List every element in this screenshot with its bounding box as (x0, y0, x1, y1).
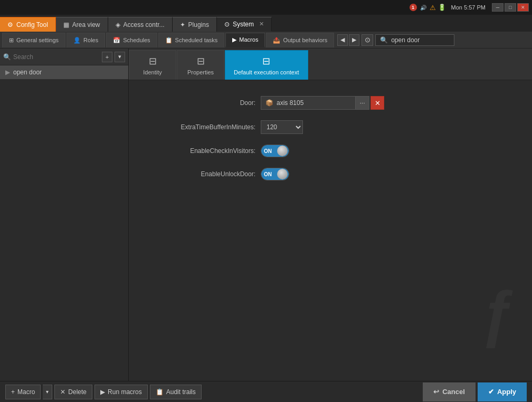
tab-system-label: System (233, 21, 254, 28)
door-input-group: 📦 axis 8105 ··· ✕ (261, 96, 384, 110)
macro-btn-icon: + (11, 388, 15, 396)
tab-plugins[interactable]: ✦ Plugins (173, 17, 217, 32)
roles-icon: 👤 (73, 37, 81, 44)
door-row: Door: 📦 axis 8105 ··· ✕ (150, 96, 511, 110)
close-btn[interactable]: ✕ (517, 3, 529, 12)
cancel-btn-label: Cancel (442, 388, 465, 396)
scheduled-tasks-icon: 📋 (165, 37, 173, 44)
sidebar-filter-btn[interactable]: ▾ (115, 52, 125, 62)
main-layout: 🔍 + ▾ ▶ open door ⊟ Identity ⊟ Propertie… (0, 49, 532, 381)
minimize-btn[interactable]: ─ (492, 3, 504, 12)
taskbar-icons: 1 🔊 ⚠ 🔋 Mon 5:57 PM (410, 3, 486, 12)
check-in-visitors-label: EnableCheckInVisitors: (150, 147, 255, 155)
extra-time-select[interactable]: 60 90 120 180 240 (261, 120, 303, 134)
nav-prev-btn[interactable]: ◀ (337, 34, 348, 46)
check-in-visitors-toggle[interactable]: ON (261, 145, 289, 157)
delete-btn-icon: ✕ (60, 388, 65, 396)
toggle-on-label-unlock: ON (264, 171, 272, 177)
door-clear-btn[interactable]: ✕ (370, 96, 384, 110)
macro-item-icon: ▶ (5, 69, 10, 76)
delete-btn[interactable]: ✕ Delete (54, 385, 92, 399)
tab-area-view[interactable]: ▦ Area view (56, 17, 108, 32)
tab-access-control[interactable]: ◈ Access contr... (108, 17, 173, 32)
apply-btn[interactable]: ✔ Apply (478, 382, 527, 401)
app-tabs-bar: ⚙ Config Tool ▦ Area view ◈ Access contr… (0, 15, 532, 32)
breadcrumb-search-icon: 🔍 (380, 36, 388, 44)
unlock-door-toggle[interactable]: ON (261, 168, 289, 180)
taskbar-controls[interactable]: ─ □ ✕ (492, 3, 529, 12)
sidebar-item-open-door[interactable]: ▶ open door (0, 65, 128, 79)
tab-config-tool-label: Config Tool (16, 21, 48, 28)
breadcrumb-area: 🔍 open door (375, 34, 530, 46)
default-execution-context-tab-label: Default execution context (234, 69, 299, 75)
nav-tab-roles-label: Roles (83, 37, 98, 43)
nav-tab-scheduled-tasks[interactable]: 📋 Scheduled tasks (158, 33, 225, 47)
audit-trails-btn-icon: 📋 (156, 388, 164, 396)
run-macros-btn-label: Run macros (108, 388, 142, 396)
tab-plugins-label: Plugins (188, 21, 209, 28)
tab-area-view-label: Area view (72, 21, 100, 28)
tab-config-tool[interactable]: ⚙ Config Tool (0, 17, 56, 32)
macros-icon: ▶ (232, 36, 236, 43)
warning-icon: ⚠ (430, 4, 436, 12)
form-content: Door: 📦 axis 8105 ··· ✕ ExtraTimeBufferI… (129, 80, 532, 381)
extra-time-row: ExtraTimeBufferInMinutes: 60 90 120 180 … (150, 120, 511, 134)
detail-tab-default-execution-context[interactable]: ⊟ Default execution context (225, 50, 308, 80)
cancel-icon: ↩ (433, 388, 439, 396)
door-value-text: axis 8105 (277, 99, 303, 107)
cancel-btn[interactable]: ↩ Cancel (423, 382, 476, 401)
toggle-knob-unlock (277, 169, 288, 179)
breadcrumb-text: open door (391, 36, 420, 44)
sidebar: 🔍 + ▾ ▶ open door (0, 49, 129, 381)
watermark: ƒ (481, 276, 516, 349)
detail-tab-identity[interactable]: ⊟ Identity (129, 50, 176, 80)
door-browse-btn[interactable]: ··· (356, 96, 369, 110)
search-input[interactable] (13, 53, 100, 61)
sidebar-add-btn[interactable]: + (102, 52, 112, 62)
nav-tab-general-settings-label: General settings (16, 37, 59, 43)
nav-next-btn[interactable]: ▶ (349, 34, 359, 46)
identity-tab-label: Identity (143, 69, 162, 75)
nav-tab-output-behaviors[interactable]: 📤 Output behaviors (266, 33, 334, 47)
bottom-toolbar: + Macro ▾ ✕ Delete ▶ Run macros 📋 Audit … (0, 381, 532, 402)
plugins-icon: ✦ (180, 21, 185, 28)
search-icon: 🔍 (3, 53, 11, 61)
detail-tab-properties[interactable]: ⊟ Properties (177, 50, 224, 80)
extra-time-label: ExtraTimeBufferInMinutes: (150, 123, 255, 131)
unlock-door-row: EnableUnlockDoor: ON (150, 168, 511, 180)
taskbar: 1 🔊 ⚠ 🔋 Mon 5:57 PM ─ □ ✕ (0, 0, 532, 15)
door-label: Door: (150, 99, 255, 107)
content-area: ⊟ Identity ⊟ Properties ⊟ Default execut… (129, 49, 532, 381)
battery-icon: 🔋 (438, 4, 446, 11)
properties-tab-icon: ⊟ (197, 55, 205, 67)
maximize-btn[interactable]: □ (505, 3, 516, 12)
tab-system-close[interactable]: ✕ (259, 21, 264, 27)
breadcrumb-input: 🔍 open door (375, 34, 454, 46)
tab-system[interactable]: ⊙ System ✕ (217, 17, 272, 32)
delete-btn-label: Delete (68, 388, 87, 396)
nav-tab-macros-label: Macros (239, 36, 258, 43)
area-view-icon: ▦ (63, 21, 69, 28)
macro-dropdown-btn[interactable]: ▾ (43, 385, 52, 399)
run-macros-btn[interactable]: ▶ Run macros (94, 385, 148, 399)
detail-tabs: ⊟ Identity ⊟ Properties ⊟ Default execut… (129, 49, 532, 80)
nav-tab-schedules[interactable]: 📅 Schedules (106, 33, 157, 47)
nav-tab-output-behaviors-label: Output behaviors (283, 37, 327, 43)
run-macros-btn-icon: ▶ (100, 388, 105, 396)
nav-tab-macros[interactable]: ▶ Macros (225, 33, 265, 47)
nav-tab-general-settings[interactable]: ⊞ General settings (2, 33, 65, 47)
speaker-icon: 🔊 (419, 3, 428, 12)
nav-tabs-bar: ⊞ General settings 👤 Roles 📅 Schedules 📋… (0, 32, 532, 49)
nav-tab-scheduled-tasks-label: Scheduled tasks (175, 37, 218, 43)
nav-tab-roles[interactable]: 👤 Roles (66, 33, 105, 47)
nav-arrows[interactable]: ◀ ▶ (337, 34, 359, 46)
schedules-icon: 📅 (113, 37, 120, 44)
nav-tab-schedules-label: Schedules (123, 37, 150, 43)
door-value-icon: 📦 (265, 99, 273, 107)
sidebar-item-label: open door (13, 69, 42, 76)
audit-trails-btn[interactable]: 📋 Audit trails (150, 385, 202, 399)
macro-btn[interactable]: + Macro (5, 385, 41, 399)
nav-refresh-btn[interactable]: ⊙ (362, 34, 373, 46)
default-execution-context-tab-icon: ⊟ (262, 55, 270, 67)
toggle-on-label-checkin: ON (264, 148, 272, 154)
